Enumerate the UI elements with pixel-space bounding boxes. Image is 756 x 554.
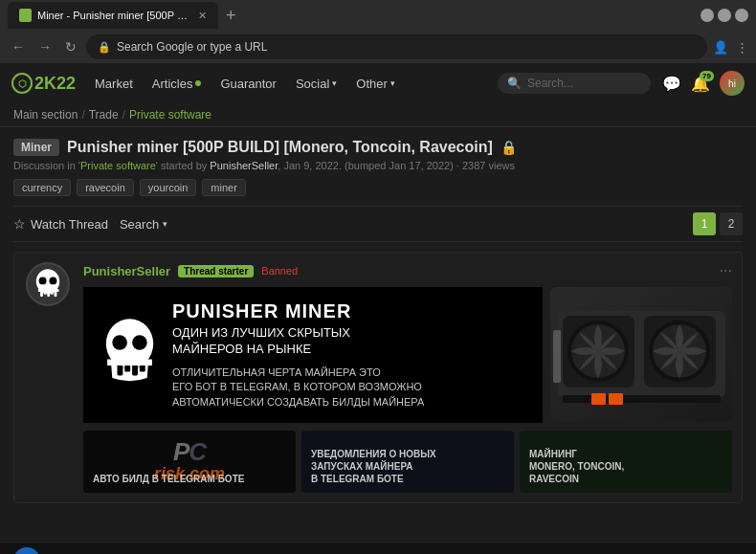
poster-name[interactable]: PunisherSeller [83, 264, 170, 278]
nav-social-label: Social [296, 77, 329, 91]
svg-point-2 [49, 277, 56, 284]
punisher-banner-skull [99, 315, 161, 395]
thread-controls: ☆ Watch Thread Search ▾ 1 2 [13, 206, 743, 242]
post: PunisherSeller Thread starter Banned ··· [13, 252, 743, 503]
feature-card-2: УВЕДОМЛЕНИЯ О НОВЫХ ЗАПУСКАХ МАЙНЕРА В T… [301, 431, 514, 493]
feature-card-2-text: УВЕДОМЛЕНИЯ О НОВЫХ ЗАПУСКАХ МАЙНЕРА В T… [311, 448, 436, 485]
articles-dot [195, 80, 201, 86]
feature-card-3-text: МАЙНИНГ MONERO, TONCOIN, RAVECOIN [529, 448, 624, 485]
tab-title: Miner - Punisher miner [500P BU... [37, 10, 189, 21]
nav-social-arrow: ▾ [332, 78, 337, 88]
watch-thread-button[interactable]: ☆ Watch Thread [13, 216, 108, 232]
notification-badge: 79 [700, 71, 714, 81]
nav-other[interactable]: Other ▾ [348, 73, 403, 95]
svg-rect-28 [609, 393, 623, 405]
nav-other-arrow: ▾ [390, 78, 395, 88]
title-bar: Miner - Punisher miner [500P BU... ✕ + [0, 0, 756, 31]
search-thread-button[interactable]: Search ▾ [120, 217, 167, 232]
logo-icon: ⬡ [11, 73, 33, 94]
meta-date-val: Jan 9, 2022. [283, 160, 342, 171]
nav-market[interactable]: Market [87, 73, 141, 95]
post-header: PunisherSeller Thread starter Banned ··· [83, 262, 732, 279]
breadcrumb-home[interactable]: Main section [13, 108, 78, 122]
feature-cards: PC risk.com АВТО БИЛД В TELEGRAM БОТЕ УВ… [83, 431, 732, 493]
thread-lock-icon: 🔒 [500, 140, 517, 155]
search-icon: 🔍 [507, 77, 522, 90]
address-bar[interactable]: 🔒 Search Google or type a URL [86, 34, 707, 59]
meta-bumped: ( [342, 160, 348, 171]
svg-rect-27 [591, 393, 606, 405]
chat-icon[interactable]: 💬 [662, 75, 681, 93]
thread-title-row: Miner Punisher miner [500P BUILD] [Moner… [13, 139, 743, 156]
breadcrumb-trade[interactable]: Trade [89, 108, 119, 122]
nav-other-label: Other [356, 77, 388, 91]
profile-icon[interactable]: 👤 [713, 40, 728, 55]
address-bar-row: ← → ↻ 🔒 Search Google or type a URL 👤 ⋮ [0, 31, 756, 63]
nav-market-label: Market [95, 77, 133, 91]
tag-ravecoin[interactable]: ravecoin [77, 179, 134, 196]
punisher-text-area: PUNISHER MINER ОДИН ИЗ ЛУЧШИХ СКРЫТЫХ МА… [172, 300, 527, 410]
nav-search[interactable]: 🔍 Search... [498, 73, 651, 94]
back-button[interactable]: ← [8, 37, 29, 56]
forward-button[interactable]: → [34, 37, 56, 56]
nav-guarantor-label: Guarantor [220, 77, 277, 91]
breadcrumb-private[interactable]: Private software [129, 108, 211, 122]
pagination: 1 2 [693, 212, 743, 235]
page-1-button[interactable]: 1 [693, 212, 716, 235]
user-avatar[interactable]: hi [720, 71, 745, 96]
post-more-button[interactable]: ··· [720, 262, 732, 279]
maximize-button[interactable] [718, 9, 731, 22]
nav-guarantor[interactable]: Guarantor [212, 73, 284, 95]
site-nav: ⬡ 2K22 Market Articles Guarantor Social … [0, 63, 756, 103]
minimize-button[interactable] [700, 9, 714, 22]
breadcrumb-sep-2: / [122, 108, 125, 122]
lock-icon: 🔒 [98, 41, 111, 54]
meta-forum-link[interactable]: Private software [80, 160, 156, 171]
meta-views: 2387 views [462, 160, 515, 171]
svg-rect-26 [563, 395, 721, 403]
menu-icon[interactable]: ⋮ [736, 40, 748, 55]
tag-yourcoin[interactable]: yourcoin [140, 179, 197, 196]
breadcrumb: Main section / Trade / Private software [0, 103, 756, 127]
svg-point-10 [112, 335, 127, 350]
tag-miner[interactable]: miner [202, 179, 246, 196]
site-logo: ⬡ 2K22 [11, 73, 76, 94]
feature-card-1-text: АВТО БИЛД В TELEGRAM БОТЕ [93, 473, 244, 485]
notification-icon[interactable]: 🔔 79 [691, 75, 710, 93]
punisher-banner: PUNISHER MINER ОДИН ИЗ ЛУЧШИХ СКРЫТЫХ МА… [83, 287, 543, 423]
bottom-avatar [13, 547, 40, 554]
thread-title: Punisher miner [500P BUILD] [Monero, Ton… [67, 139, 493, 156]
close-window-button[interactable] [735, 9, 748, 22]
gpu-svg [553, 292, 730, 416]
nav-right-icons: 💬 🔔 79 hi [662, 71, 745, 96]
svg-rect-12 [118, 365, 123, 376]
svg-rect-16 [107, 359, 152, 366]
thread-actions: ☆ Watch Thread Search ▾ [13, 216, 167, 232]
close-tab-icon[interactable]: ✕ [198, 10, 207, 22]
poster-badge: Thread starter [178, 265, 254, 277]
meta-discussion: Discussion in ' [13, 160, 80, 171]
breadcrumb-sep-1: / [81, 108, 84, 122]
gpu-card [550, 287, 732, 421]
thread-tags: currency ravecoin yourcoin miner [13, 179, 743, 196]
site-content: ⬡ 2K22 Market Articles Guarantor Social … [0, 63, 756, 554]
meta-bumped-val: bumped Jan 17, 2022 [348, 160, 450, 171]
search-thread-label: Search [120, 217, 159, 232]
avatar-initials: hi [728, 78, 736, 89]
skull-svg [31, 267, 65, 301]
meta-paren: ) · [450, 160, 462, 171]
thread-meta: Discussion in 'Private software' started… [13, 160, 743, 171]
nav-articles[interactable]: Articles [145, 73, 210, 95]
browser-chrome: Miner - Punisher miner [500P BU... ✕ + ←… [0, 0, 756, 63]
meta-started: ' started by [156, 160, 211, 171]
poster-avatar-img [26, 262, 70, 306]
meta-author[interactable]: PunisherSeller [210, 160, 278, 171]
nav-articles-label: Articles [152, 77, 193, 91]
active-tab[interactable]: Miner - Punisher miner [500P BU... ✕ [8, 2, 218, 29]
page-2-button[interactable]: 2 [720, 212, 743, 235]
punisher-banner-subtitle: ОДИН ИЗ ЛУЧШИХ СКРЫТЫХ МАЙНЕРОВ НА РЫНКЕ [172, 325, 527, 358]
reload-button[interactable]: ↻ [61, 37, 80, 56]
nav-social[interactable]: Social ▾ [288, 73, 345, 95]
new-tab-button[interactable]: + [218, 6, 244, 26]
tag-currency[interactable]: currency [13, 179, 71, 196]
